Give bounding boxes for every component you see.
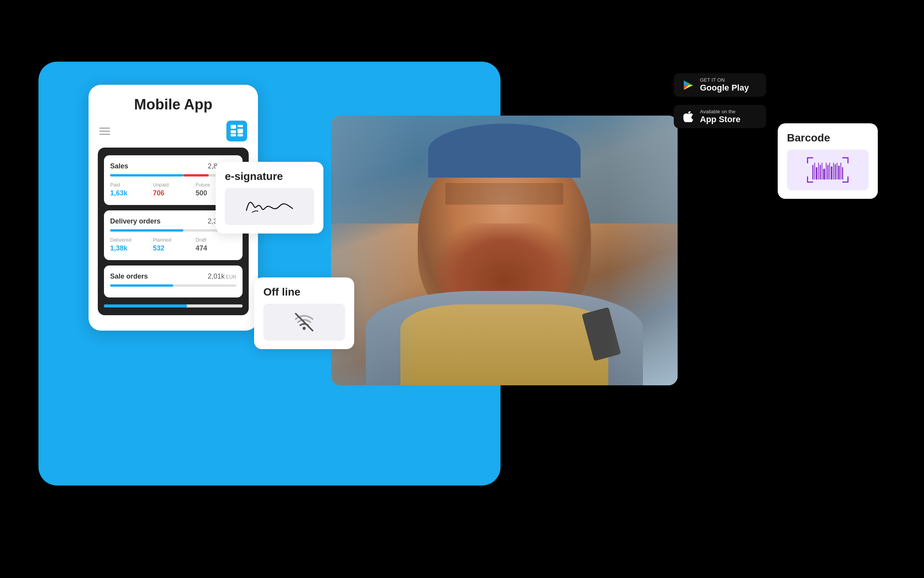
saleorders-value: 2,01kEUR <box>208 272 237 281</box>
corner-br <box>842 176 849 183</box>
saleorders-bar-blue <box>110 284 173 287</box>
draft-item: Draft 474 <box>194 237 236 252</box>
barcode-title: Barcode <box>787 132 869 144</box>
svg-point-10 <box>303 327 306 330</box>
unpaid-value: 706 <box>153 189 191 197</box>
delivered-value: 1,38k <box>110 244 148 252</box>
delivery-sub: Delivered 1,38k Planned 532 Draft 474 <box>110 237 236 252</box>
paid-item: Paid 1,63k <box>110 182 151 197</box>
mobile-header <box>98 121 249 141</box>
delivery-bar-blue <box>110 229 183 232</box>
sales-label: Sales <box>110 162 128 170</box>
saleorders-bar <box>110 284 236 287</box>
offline-card: Off line <box>254 277 354 349</box>
unpaid-item: Unpaid 706 <box>151 182 194 197</box>
draft-value: 474 <box>196 244 233 252</box>
planned-item: Planned 532 <box>151 237 194 252</box>
esignature-title: e-signature <box>225 170 314 183</box>
barcode-card: Barcode <box>778 123 878 199</box>
photo-background <box>331 116 678 385</box>
delivery-label: Delivery orders <box>110 217 161 225</box>
sales-bar-blue <box>110 174 183 176</box>
offline-content <box>263 304 345 341</box>
scrollbar-thumb[interactable] <box>104 304 187 307</box>
delivered-label: Delivered <box>110 237 148 243</box>
unpaid-label: Unpaid <box>153 182 191 188</box>
svg-rect-4 <box>231 134 236 136</box>
app-store-badge[interactable]: Available on the App Store <box>674 105 766 128</box>
saleorders-label: Sale orders <box>110 272 148 281</box>
planned-value: 532 <box>153 244 191 252</box>
svg-rect-2 <box>231 130 236 133</box>
esignature-card: e-signature <box>216 162 323 234</box>
offline-title: Off line <box>263 286 345 298</box>
svg-rect-3 <box>238 129 243 133</box>
planned-label: Planned <box>153 237 191 243</box>
corner-bl <box>807 176 813 183</box>
google-play-text: GET IT ON Google Play <box>700 77 749 93</box>
saleorders-metric-card: Sale orders 2,01kEUR <box>104 265 243 297</box>
google-play-icon <box>682 79 695 91</box>
barcode-content <box>787 150 869 190</box>
main-scene: Mobile App Sales <box>38 39 886 539</box>
esignature-content <box>225 188 314 225</box>
barcode-lines <box>812 160 843 180</box>
hamburger-icon <box>99 128 110 135</box>
barcode-icon-wrap <box>805 155 851 185</box>
svg-rect-1 <box>238 125 243 127</box>
corner-tr <box>842 157 849 163</box>
scrollbar-track <box>104 304 243 307</box>
delivered-item: Delivered 1,38k <box>110 237 151 252</box>
wifi-off-icon <box>293 311 316 334</box>
corner-tl <box>807 157 813 163</box>
app-icon <box>226 121 247 141</box>
mobile-app-title: Mobile App <box>98 96 249 113</box>
svg-rect-0 <box>231 125 236 129</box>
svg-rect-5 <box>238 134 243 136</box>
photo-card <box>331 116 678 385</box>
apple-icon <box>682 111 695 123</box>
paid-value: 1,63k <box>110 189 148 197</box>
paid-label: Paid <box>110 182 148 188</box>
google-play-badge[interactable]: GET IT ON Google Play <box>674 73 766 97</box>
app-store-text: Available on the App Store <box>700 109 740 124</box>
signature-drawing <box>243 195 296 218</box>
draft-label: Draft <box>196 237 233 243</box>
sales-bar-red <box>183 174 209 176</box>
